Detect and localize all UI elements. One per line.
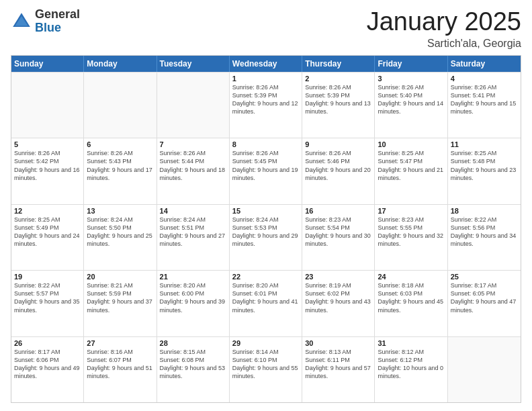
cell-info-28: Sunrise: 8:15 AM Sunset: 6:08 PM Dayligh… xyxy=(160,348,226,381)
calendar: Sunday Monday Tuesday Wednesday Thursday… xyxy=(11,55,521,403)
calendar-cell-3-2: 21Sunrise: 8:20 AM Sunset: 6:00 PM Dayli… xyxy=(157,271,230,336)
cell-date-28: 28 xyxy=(160,339,226,347)
cell-info-21: Sunrise: 8:20 AM Sunset: 6:00 PM Dayligh… xyxy=(160,281,226,314)
calendar-row-3: 19Sunrise: 8:22 AM Sunset: 5:57 PM Dayli… xyxy=(11,270,521,336)
cell-date-11: 11 xyxy=(451,140,518,148)
calendar-cell-1-4: 9Sunrise: 8:26 AM Sunset: 5:46 PM Daylig… xyxy=(302,138,375,203)
cell-info-10: Sunrise: 8:25 AM Sunset: 5:47 PM Dayligh… xyxy=(378,149,444,182)
cell-date-18: 18 xyxy=(451,207,518,215)
cell-date-5: 5 xyxy=(14,140,81,148)
calendar-cell-0-4: 2Sunrise: 8:26 AM Sunset: 5:39 PM Daylig… xyxy=(302,73,375,138)
cell-date-12: 12 xyxy=(14,207,81,215)
calendar-cell-1-3: 8Sunrise: 8:26 AM Sunset: 5:45 PM Daylig… xyxy=(230,138,302,203)
cell-date-26: 26 xyxy=(14,339,81,347)
calendar-cell-2-6: 18Sunrise: 8:22 AM Sunset: 5:56 PM Dayli… xyxy=(448,205,521,270)
calendar-cell-2-1: 13Sunrise: 8:24 AM Sunset: 5:50 PM Dayli… xyxy=(84,205,157,270)
cell-date-6: 6 xyxy=(87,140,153,148)
calendar-cell-4-0: 26Sunrise: 8:17 AM Sunset: 6:06 PM Dayli… xyxy=(11,337,84,402)
calendar-cell-2-5: 17Sunrise: 8:23 AM Sunset: 5:55 PM Dayli… xyxy=(375,205,447,270)
weekday-wednesday: Wednesday xyxy=(230,56,302,72)
calendar-row-2: 12Sunrise: 8:25 AM Sunset: 5:49 PM Dayli… xyxy=(11,204,521,270)
cell-date-14: 14 xyxy=(160,207,226,215)
calendar-cell-3-5: 24Sunrise: 8:18 AM Sunset: 6:03 PM Dayli… xyxy=(375,271,447,336)
cell-info-7: Sunrise: 8:26 AM Sunset: 5:44 PM Dayligh… xyxy=(160,149,226,182)
cell-date-13: 13 xyxy=(87,207,153,215)
cell-info-6: Sunrise: 8:26 AM Sunset: 5:43 PM Dayligh… xyxy=(87,149,153,182)
cell-date-23: 23 xyxy=(305,273,371,281)
cell-info-22: Sunrise: 8:20 AM Sunset: 6:01 PM Dayligh… xyxy=(232,281,299,314)
weekday-sunday: Sunday xyxy=(11,56,84,72)
cell-info-9: Sunrise: 8:26 AM Sunset: 5:46 PM Dayligh… xyxy=(305,149,371,182)
title-block: January 2025 Sartich'ala, Georgia xyxy=(367,8,521,50)
cell-info-12: Sunrise: 8:25 AM Sunset: 5:49 PM Dayligh… xyxy=(14,216,81,248)
logo-text: General Blue xyxy=(35,8,80,35)
header: General Blue January 2025 Sartich'ala, G… xyxy=(11,8,521,50)
cell-info-23: Sunrise: 8:19 AM Sunset: 6:02 PM Dayligh… xyxy=(305,281,371,314)
calendar-cell-4-2: 28Sunrise: 8:15 AM Sunset: 6:08 PM Dayli… xyxy=(157,337,230,402)
cell-info-1: Sunrise: 8:26 AM Sunset: 5:39 PM Dayligh… xyxy=(232,83,299,116)
cell-date-15: 15 xyxy=(232,207,299,215)
cell-date-9: 9 xyxy=(305,140,371,148)
cell-info-26: Sunrise: 8:17 AM Sunset: 6:06 PM Dayligh… xyxy=(14,348,81,381)
calendar-cell-4-1: 27Sunrise: 8:16 AM Sunset: 6:07 PM Dayli… xyxy=(84,337,157,402)
cell-date-8: 8 xyxy=(232,140,299,148)
calendar-body: 1Sunrise: 8:26 AM Sunset: 5:39 PM Daylig… xyxy=(11,72,521,402)
cell-info-27: Sunrise: 8:16 AM Sunset: 6:07 PM Dayligh… xyxy=(87,348,153,381)
calendar-cell-3-0: 19Sunrise: 8:22 AM Sunset: 5:57 PM Dayli… xyxy=(11,271,84,336)
cell-date-1: 1 xyxy=(232,75,299,83)
cell-info-14: Sunrise: 8:24 AM Sunset: 5:51 PM Dayligh… xyxy=(160,216,226,248)
cell-date-22: 22 xyxy=(232,273,299,281)
cell-info-16: Sunrise: 8:23 AM Sunset: 5:54 PM Dayligh… xyxy=(305,216,371,248)
calendar-cell-4-6 xyxy=(448,337,521,402)
cell-date-17: 17 xyxy=(378,207,444,215)
calendar-cell-2-0: 12Sunrise: 8:25 AM Sunset: 5:49 PM Dayli… xyxy=(11,205,84,270)
calendar-cell-4-4: 30Sunrise: 8:13 AM Sunset: 6:11 PM Dayli… xyxy=(302,337,375,402)
calendar-cell-0-5: 3Sunrise: 8:26 AM Sunset: 5:40 PM Daylig… xyxy=(375,73,447,138)
calendar-cell-0-2 xyxy=(157,73,230,138)
weekday-saturday: Saturday xyxy=(448,56,521,72)
logo: General Blue xyxy=(11,8,80,35)
cell-date-21: 21 xyxy=(160,273,226,281)
cell-date-7: 7 xyxy=(160,140,226,148)
calendar-cell-1-5: 10Sunrise: 8:25 AM Sunset: 5:47 PM Dayli… xyxy=(375,138,447,203)
calendar-cell-4-3: 29Sunrise: 8:14 AM Sunset: 6:10 PM Dayli… xyxy=(230,337,302,402)
cell-info-2: Sunrise: 8:26 AM Sunset: 5:39 PM Dayligh… xyxy=(305,83,371,116)
cell-date-25: 25 xyxy=(451,273,518,281)
weekday-tuesday: Tuesday xyxy=(157,56,230,72)
cell-info-29: Sunrise: 8:14 AM Sunset: 6:10 PM Dayligh… xyxy=(232,348,299,381)
calendar-cell-4-5: 31Sunrise: 8:12 AM Sunset: 6:12 PM Dayli… xyxy=(375,337,447,402)
cell-info-17: Sunrise: 8:23 AM Sunset: 5:55 PM Dayligh… xyxy=(378,216,444,248)
calendar-row-1: 5Sunrise: 8:26 AM Sunset: 5:42 PM Daylig… xyxy=(11,138,521,203)
cell-date-19: 19 xyxy=(14,273,81,281)
cell-date-29: 29 xyxy=(232,339,299,347)
calendar-cell-3-6: 25Sunrise: 8:17 AM Sunset: 6:05 PM Dayli… xyxy=(448,271,521,336)
calendar-cell-1-2: 7Sunrise: 8:26 AM Sunset: 5:44 PM Daylig… xyxy=(157,138,230,203)
cell-info-4: Sunrise: 8:26 AM Sunset: 5:41 PM Dayligh… xyxy=(451,83,518,116)
cell-info-8: Sunrise: 8:26 AM Sunset: 5:45 PM Dayligh… xyxy=(232,149,299,182)
cell-date-31: 31 xyxy=(378,339,444,347)
cell-date-20: 20 xyxy=(87,273,153,281)
calendar-cell-3-1: 20Sunrise: 8:21 AM Sunset: 5:59 PM Dayli… xyxy=(84,271,157,336)
cell-info-15: Sunrise: 8:24 AM Sunset: 5:53 PM Dayligh… xyxy=(232,216,299,248)
logo-blue-text: Blue xyxy=(35,21,61,34)
calendar-cell-1-6: 11Sunrise: 8:25 AM Sunset: 5:48 PM Dayli… xyxy=(448,138,521,203)
cell-date-2: 2 xyxy=(305,75,371,83)
calendar-cell-2-2: 14Sunrise: 8:24 AM Sunset: 5:51 PM Dayli… xyxy=(157,205,230,270)
calendar-cell-2-3: 15Sunrise: 8:24 AM Sunset: 5:53 PM Dayli… xyxy=(230,205,302,270)
calendar-cell-0-0 xyxy=(11,73,84,138)
cell-info-24: Sunrise: 8:18 AM Sunset: 6:03 PM Dayligh… xyxy=(378,281,444,314)
logo-icon xyxy=(11,11,32,32)
calendar-row-4: 26Sunrise: 8:17 AM Sunset: 6:06 PM Dayli… xyxy=(11,336,521,402)
calendar-cell-1-1: 6Sunrise: 8:26 AM Sunset: 5:43 PM Daylig… xyxy=(84,138,157,203)
cell-info-5: Sunrise: 8:26 AM Sunset: 5:42 PM Dayligh… xyxy=(14,149,81,182)
logo-general-text: General xyxy=(35,7,80,21)
weekday-monday: Monday xyxy=(84,56,157,72)
cell-date-3: 3 xyxy=(378,75,444,83)
cell-info-19: Sunrise: 8:22 AM Sunset: 5:57 PM Dayligh… xyxy=(14,281,81,314)
calendar-cell-0-3: 1Sunrise: 8:26 AM Sunset: 5:39 PM Daylig… xyxy=(230,73,302,138)
cell-info-11: Sunrise: 8:25 AM Sunset: 5:48 PM Dayligh… xyxy=(451,149,518,182)
page: General Blue January 2025 Sartich'ala, G… xyxy=(0,0,532,411)
calendar-cell-0-6: 4Sunrise: 8:26 AM Sunset: 5:41 PM Daylig… xyxy=(448,73,521,138)
calendar-row-0: 1Sunrise: 8:26 AM Sunset: 5:39 PM Daylig… xyxy=(11,72,521,138)
cell-info-13: Sunrise: 8:24 AM Sunset: 5:50 PM Dayligh… xyxy=(87,216,153,248)
